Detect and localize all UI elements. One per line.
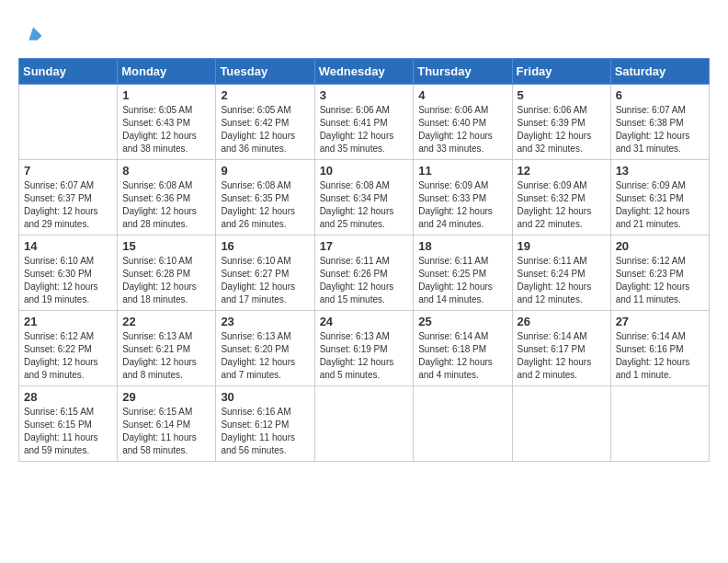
calendar-cell xyxy=(19,85,118,160)
calendar-cell: 20Sunrise: 6:12 AMSunset: 6:23 PMDayligh… xyxy=(610,236,709,311)
week-row-4: 21Sunrise: 6:12 AMSunset: 6:22 PMDayligh… xyxy=(19,311,710,386)
day-number: 21 xyxy=(24,315,112,328)
calendar-cell: 21Sunrise: 6:12 AMSunset: 6:22 PMDayligh… xyxy=(19,311,118,386)
day-number: 6 xyxy=(616,88,704,102)
day-number: 12 xyxy=(518,164,606,178)
day-number: 25 xyxy=(418,315,506,328)
day-number: 24 xyxy=(320,315,409,328)
day-number: 9 xyxy=(221,164,309,178)
day-number: 4 xyxy=(418,88,506,102)
week-row-1: 1Sunrise: 6:05 AMSunset: 6:43 PMDaylight… xyxy=(19,85,710,160)
calendar-cell: 15Sunrise: 6:10 AMSunset: 6:28 PMDayligh… xyxy=(118,236,216,311)
day-number: 10 xyxy=(320,164,409,178)
day-number: 28 xyxy=(24,390,112,404)
day-info: Sunrise: 6:06 AMSunset: 6:40 PMDaylight:… xyxy=(418,104,506,155)
day-info: Sunrise: 6:11 AMSunset: 6:26 PMDaylight:… xyxy=(320,255,409,306)
day-info: Sunrise: 6:08 AMSunset: 6:36 PMDaylight:… xyxy=(122,179,210,231)
day-info: Sunrise: 6:06 AMSunset: 6:41 PMDaylight:… xyxy=(320,104,409,155)
day-info: Sunrise: 6:08 AMSunset: 6:34 PMDaylight:… xyxy=(320,179,409,231)
week-row-5: 28Sunrise: 6:15 AMSunset: 6:15 PMDayligh… xyxy=(19,386,710,462)
day-number: 7 xyxy=(24,164,112,178)
day-info: Sunrise: 6:09 AMSunset: 6:32 PMDaylight:… xyxy=(518,179,606,231)
calendar-cell: 2Sunrise: 6:05 AMSunset: 6:42 PMDaylight… xyxy=(216,85,314,160)
calendar-cell xyxy=(414,386,512,462)
calendar-cell: 30Sunrise: 6:16 AMSunset: 6:12 PMDayligh… xyxy=(216,386,314,462)
weekday-header-row: SundayMondayTuesdayWednesdayThursdayFrid… xyxy=(19,59,710,85)
calendar-cell: 5Sunrise: 6:06 AMSunset: 6:39 PMDaylight… xyxy=(512,85,610,160)
week-row-2: 7Sunrise: 6:07 AMSunset: 6:37 PMDaylight… xyxy=(19,160,710,236)
weekday-header-monday: Monday xyxy=(118,59,216,85)
logo-icon xyxy=(20,23,46,49)
calendar-cell: 8Sunrise: 6:08 AMSunset: 6:36 PMDaylight… xyxy=(118,160,216,236)
calendar-cell: 9Sunrise: 6:08 AMSunset: 6:35 PMDaylight… xyxy=(216,160,314,236)
calendar-cell: 24Sunrise: 6:13 AMSunset: 6:19 PMDayligh… xyxy=(314,311,414,386)
calendar-cell: 16Sunrise: 6:10 AMSunset: 6:27 PMDayligh… xyxy=(216,236,314,311)
calendar-cell: 14Sunrise: 6:10 AMSunset: 6:30 PMDayligh… xyxy=(19,236,118,311)
day-info: Sunrise: 6:07 AMSunset: 6:38 PMDaylight:… xyxy=(616,104,704,155)
weekday-header-thursday: Thursday xyxy=(414,59,512,85)
calendar-cell: 19Sunrise: 6:11 AMSunset: 6:24 PMDayligh… xyxy=(512,236,610,311)
day-info: Sunrise: 6:13 AMSunset: 6:21 PMDaylight:… xyxy=(122,330,210,382)
day-info: Sunrise: 6:15 AMSunset: 6:14 PMDaylight:… xyxy=(122,406,210,457)
day-info: Sunrise: 6:06 AMSunset: 6:39 PMDaylight:… xyxy=(518,104,606,155)
calendar-cell xyxy=(512,386,610,462)
calendar-cell: 3Sunrise: 6:06 AMSunset: 6:41 PMDaylight… xyxy=(314,85,414,160)
weekday-header-tuesday: Tuesday xyxy=(216,59,314,85)
day-info: Sunrise: 6:05 AMSunset: 6:42 PMDaylight:… xyxy=(221,104,309,155)
day-number: 13 xyxy=(616,164,704,178)
calendar-table: SundayMondayTuesdayWednesdayThursdayFrid… xyxy=(18,58,710,462)
day-info: Sunrise: 6:09 AMSunset: 6:31 PMDaylight:… xyxy=(616,179,704,231)
day-info: Sunrise: 6:11 AMSunset: 6:24 PMDaylight:… xyxy=(518,255,606,306)
calendar-cell: 10Sunrise: 6:08 AMSunset: 6:34 PMDayligh… xyxy=(314,160,414,236)
day-number: 26 xyxy=(518,315,606,328)
weekday-header-friday: Friday xyxy=(512,59,610,85)
day-number: 22 xyxy=(122,315,210,328)
weekday-header-wednesday: Wednesday xyxy=(314,59,414,85)
day-info: Sunrise: 6:16 AMSunset: 6:12 PMDaylight:… xyxy=(221,406,309,457)
day-number: 30 xyxy=(221,390,309,404)
calendar-cell: 12Sunrise: 6:09 AMSunset: 6:32 PMDayligh… xyxy=(512,160,610,236)
weekday-header-sunday: Sunday xyxy=(19,59,118,85)
day-number: 3 xyxy=(320,88,409,102)
calendar-cell: 17Sunrise: 6:11 AMSunset: 6:26 PMDayligh… xyxy=(314,236,414,311)
day-number: 8 xyxy=(122,164,210,178)
calendar-cell: 22Sunrise: 6:13 AMSunset: 6:21 PMDayligh… xyxy=(118,311,216,386)
day-number: 18 xyxy=(418,239,506,253)
day-info: Sunrise: 6:13 AMSunset: 6:20 PMDaylight:… xyxy=(221,330,309,382)
day-number: 2 xyxy=(221,88,309,102)
day-info: Sunrise: 6:13 AMSunset: 6:19 PMDaylight:… xyxy=(320,330,409,382)
calendar-cell: 13Sunrise: 6:09 AMSunset: 6:31 PMDayligh… xyxy=(610,160,709,236)
calendar-cell: 26Sunrise: 6:14 AMSunset: 6:17 PMDayligh… xyxy=(512,311,610,386)
day-info: Sunrise: 6:14 AMSunset: 6:18 PMDaylight:… xyxy=(418,330,506,382)
weekday-header-saturday: Saturday xyxy=(610,59,709,85)
calendar-cell: 29Sunrise: 6:15 AMSunset: 6:14 PMDayligh… xyxy=(118,386,216,462)
calendar-cell: 7Sunrise: 6:07 AMSunset: 6:37 PMDaylight… xyxy=(19,160,118,236)
calendar-cell: 18Sunrise: 6:11 AMSunset: 6:25 PMDayligh… xyxy=(414,236,512,311)
day-info: Sunrise: 6:08 AMSunset: 6:35 PMDaylight:… xyxy=(221,179,309,231)
day-number: 11 xyxy=(418,164,506,178)
day-info: Sunrise: 6:09 AMSunset: 6:33 PMDaylight:… xyxy=(418,179,506,231)
day-info: Sunrise: 6:12 AMSunset: 6:23 PMDaylight:… xyxy=(616,255,704,306)
day-number: 27 xyxy=(616,315,704,328)
day-info: Sunrise: 6:11 AMSunset: 6:25 PMDaylight:… xyxy=(418,255,506,306)
day-number: 20 xyxy=(616,239,704,253)
calendar-cell xyxy=(610,386,709,462)
day-number: 17 xyxy=(320,239,409,253)
day-info: Sunrise: 6:05 AMSunset: 6:43 PMDaylight:… xyxy=(122,104,210,155)
day-info: Sunrise: 6:07 AMSunset: 6:37 PMDaylight:… xyxy=(24,179,112,231)
day-number: 1 xyxy=(122,88,210,102)
calendar-cell: 25Sunrise: 6:14 AMSunset: 6:18 PMDayligh… xyxy=(414,311,512,386)
day-number: 5 xyxy=(518,88,606,102)
day-info: Sunrise: 6:10 AMSunset: 6:28 PMDaylight:… xyxy=(122,255,210,306)
calendar-cell: 4Sunrise: 6:06 AMSunset: 6:40 PMDaylight… xyxy=(414,85,512,160)
calendar-cell: 1Sunrise: 6:05 AMSunset: 6:43 PMDaylight… xyxy=(118,85,216,160)
calendar-cell: 23Sunrise: 6:13 AMSunset: 6:20 PMDayligh… xyxy=(216,311,314,386)
day-number: 29 xyxy=(122,390,210,404)
calendar-cell: 11Sunrise: 6:09 AMSunset: 6:33 PMDayligh… xyxy=(414,160,512,236)
calendar-cell: 27Sunrise: 6:14 AMSunset: 6:16 PMDayligh… xyxy=(610,311,709,386)
day-info: Sunrise: 6:10 AMSunset: 6:30 PMDaylight:… xyxy=(24,255,112,306)
day-info: Sunrise: 6:10 AMSunset: 6:27 PMDaylight:… xyxy=(221,255,309,306)
day-number: 23 xyxy=(221,315,309,328)
day-number: 16 xyxy=(221,239,309,253)
logo xyxy=(18,23,46,49)
